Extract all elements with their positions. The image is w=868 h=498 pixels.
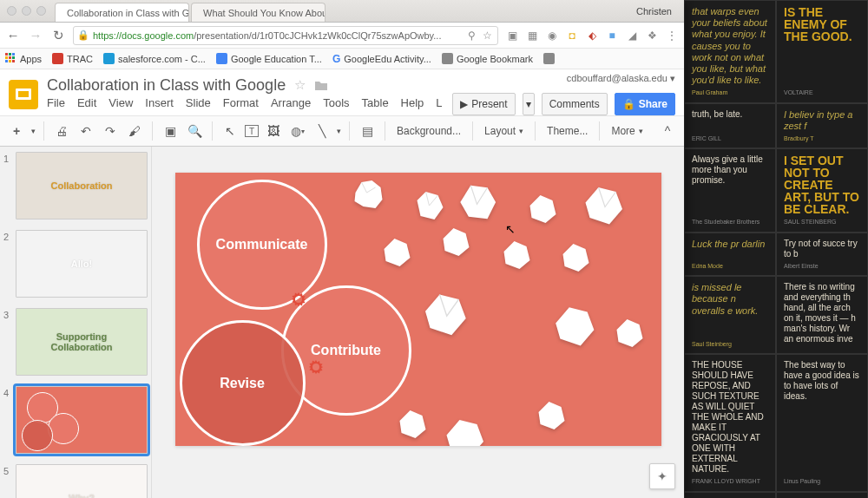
more-button[interactable]: More▾: [608, 125, 646, 137]
ext-icon-7[interactable]: ❖: [645, 29, 659, 43]
crumpled-paper-icon: [349, 177, 388, 212]
menu-insert[interactable]: Insert: [145, 96, 174, 109]
slides-filmstrip[interactable]: 1Collaboration2Allo!3Supporting Collabor…: [0, 147, 152, 498]
ext-icon-4[interactable]: ⬖: [585, 29, 599, 43]
address-bar[interactable]: 🔒 https://docs.google.com/presentation/d…: [73, 26, 498, 45]
user-account-email[interactable]: cdbouffard@alaska.edu ▾: [567, 73, 675, 84]
slide-thumbnail[interactable]: 3Supporting Collaboration: [3, 308, 148, 376]
close-window-icon[interactable]: [7, 6, 16, 16]
minimize-window-icon[interactable]: [22, 6, 31, 16]
bookmark-item[interactable]: Google Education T...: [216, 53, 322, 64]
bookmark-item[interactable]: [543, 53, 558, 64]
omnibox-actions: ⚲ ☆: [468, 29, 492, 42]
menu-view[interactable]: View: [108, 96, 133, 109]
bookmarks-bar: AppsTRACsalesforce.com - C...Google Educ…: [0, 49, 684, 69]
apps-shortcut[interactable]: Apps: [5, 53, 42, 64]
venn-circle-communicate[interactable]: Communicate: [197, 180, 327, 310]
share-button[interactable]: 🔒Share: [615, 93, 675, 115]
bookmark-star-icon[interactable]: ☆: [483, 29, 492, 42]
theme-button[interactable]: Theme...: [543, 125, 591, 137]
new-slide-icon[interactable]: +: [7, 121, 26, 141]
gear-icon: [290, 291, 307, 308]
quote-text: The best way to have a good idea is to h…: [784, 360, 860, 402]
bookmark-item[interactable]: salesforce.com - C...: [103, 53, 206, 64]
star-document-icon[interactable]: ☆: [294, 77, 306, 93]
zoom-fit-icon[interactable]: ▣: [161, 121, 180, 141]
undo-icon[interactable]: ↶: [76, 121, 95, 141]
quote-text: There is no writing and everything th ha…: [784, 282, 860, 344]
menu-table[interactable]: Table: [362, 96, 389, 109]
line-dropdown[interactable]: ▾: [337, 127, 341, 135]
crumpled-paper-icon: [418, 290, 470, 337]
share-lock-icon: 🔒: [622, 98, 635, 110]
forward-icon: →: [28, 28, 43, 43]
browser-tab[interactable]: What Should You Know About×: [191, 3, 326, 22]
ext-icon-1[interactable]: ▦: [525, 29, 539, 43]
quote-author: Edna Mode: [692, 263, 768, 270]
menu-format[interactable]: Format: [223, 96, 259, 109]
menu-edit[interactable]: Edit: [77, 96, 96, 109]
shape-icon[interactable]: ◍▾: [288, 121, 307, 141]
bookmark-item[interactable]: GGoogleEdu Activity...: [332, 53, 431, 65]
bookmark-item[interactable]: TRAC: [52, 53, 93, 64]
comment-icon[interactable]: ▤: [358, 121, 377, 141]
ext-icon-3[interactable]: ◘: [565, 29, 579, 43]
zoom-window-icon[interactable]: [36, 6, 46, 16]
menu-slide[interactable]: Slide: [186, 96, 211, 109]
mac-window-controls[interactable]: [7, 6, 46, 16]
zoom-icon[interactable]: 🔍: [185, 121, 204, 141]
reload-icon[interactable]: ↻: [50, 28, 66, 43]
layout-button[interactable]: Layout▾: [481, 125, 527, 137]
wallpaper-quote-card: There is no writing and everything th ha…: [776, 276, 868, 354]
present-dropdown[interactable]: ▾: [523, 93, 535, 115]
move-to-folder-icon[interactable]: [314, 80, 328, 91]
menu-arrange[interactable]: Arrange: [271, 96, 311, 109]
crumpled-paper-icon: [609, 316, 648, 351]
circle-label: Revise: [220, 376, 265, 391]
quote-author: Linus Pauling: [784, 478, 860, 485]
paint-format-icon[interactable]: 🖌: [125, 121, 144, 141]
menu-tools[interactable]: Tools: [323, 96, 349, 109]
textbox-icon[interactable]: T: [245, 125, 259, 137]
wallpaper-quote-card: Try not of succe try to bAlbert Einste: [776, 233, 868, 276]
extensions-area: ▣ ▦ ◉ ◘ ⬖ ■ ◢ ❖ ⋮: [505, 29, 679, 43]
venn-circle-revise[interactable]: Revise: [180, 320, 306, 446]
quote-author: Saul Steinberg: [692, 341, 768, 348]
chrome-menu-icon[interactable]: ⋮: [665, 29, 679, 43]
menu-help[interactable]: Help: [401, 96, 424, 109]
wallpaper-quote-card: THE HOUSE SHOULD HAVE REPOSE, AND SUCH T…: [684, 354, 776, 491]
slides-logo-icon[interactable]: [9, 80, 38, 109]
back-icon[interactable]: ←: [5, 28, 21, 43]
slide-thumbnail[interactable]: 5Why?: [3, 464, 148, 498]
slide-canvas-area[interactable]: Communicate Contribute Revise ↖ ✦: [152, 147, 684, 498]
active-slide[interactable]: Communicate Contribute Revise ↖: [175, 173, 661, 446]
cast-icon[interactable]: ▣: [505, 29, 519, 43]
browser-tab[interactable]: Collaboration in Class with Goo×: [55, 3, 189, 22]
slide-number: 4: [3, 386, 16, 454]
collapse-toolbar-icon[interactable]: ^: [658, 121, 677, 141]
chrome-profile-label[interactable]: Christen: [636, 6, 672, 16]
quote-text: I believ in type a zest f: [784, 109, 860, 132]
document-title[interactable]: Collaboration in Class with Google: [47, 76, 286, 95]
ext-icon-5[interactable]: ■: [605, 29, 619, 43]
slide-thumbnail[interactable]: 4: [3, 386, 148, 454]
search-icon[interactable]: ⚲: [468, 29, 476, 42]
comments-button[interactable]: Comments: [542, 93, 608, 115]
slide-thumbnail[interactable]: 2Allo!: [3, 230, 148, 298]
redo-icon[interactable]: ↷: [101, 121, 120, 141]
explore-button[interactable]: ✦: [649, 463, 675, 489]
menu-l[interactable]: L: [436, 96, 442, 109]
line-icon[interactable]: ╲: [312, 121, 332, 141]
ext-icon-6[interactable]: ◢: [625, 29, 639, 43]
bookmark-item[interactable]: Google Bookmark: [442, 53, 533, 64]
background-button[interactable]: Background...: [393, 125, 464, 137]
menu-bar: FileEditViewInsertSlideFormatArrangeTool…: [47, 96, 452, 113]
ext-icon-2[interactable]: ◉: [545, 29, 559, 43]
select-tool-icon[interactable]: ↖: [220, 121, 240, 141]
image-icon[interactable]: 🖼: [264, 121, 283, 141]
print-icon[interactable]: 🖨: [52, 121, 71, 141]
menu-file[interactable]: File: [47, 96, 65, 109]
present-button[interactable]: ▶Present: [452, 93, 515, 115]
slide-thumbnail[interactable]: 1Collaboration: [3, 152, 148, 220]
new-slide-dropdown[interactable]: ▾: [31, 127, 36, 135]
